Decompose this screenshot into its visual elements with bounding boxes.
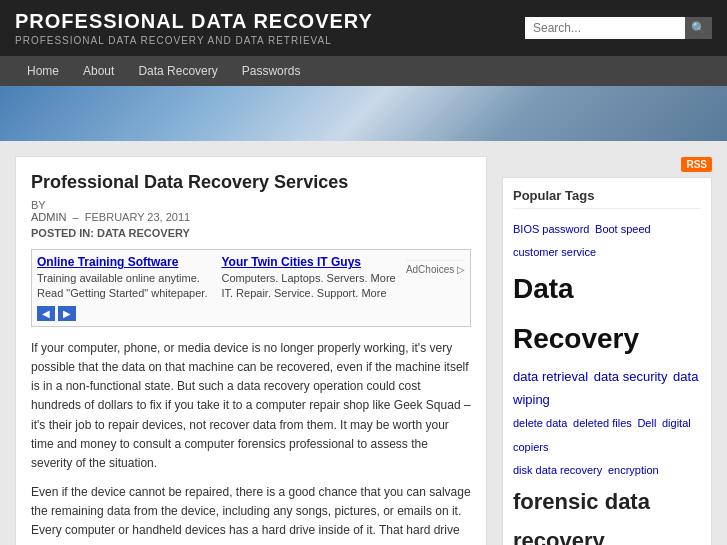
post-para-1: If your computer, phone, or media device… [31, 339, 471, 473]
tag-data-recovery[interactable]: Data Recovery [513, 273, 639, 354]
tag-dell[interactable]: Dell [637, 417, 656, 429]
tags-cloud: BIOS password Boot speed customer servic… [513, 217, 701, 545]
ad-col-2: Your Twin Cities IT Guys Computers. Lapt… [221, 255, 395, 321]
popular-tags-title: Popular Tags [513, 188, 701, 209]
post-category: POSTED IN: DATA RECOVERY [31, 227, 471, 239]
banner-image [0, 86, 727, 141]
site-title: PROFESSIONAL DATA RECOVERY [15, 10, 373, 33]
tag-customer-service[interactable]: customer service [513, 246, 596, 258]
tag-boot-speed[interactable]: Boot speed [595, 223, 651, 235]
ad-next-button[interactable]: ▶ [58, 306, 76, 321]
tag-data-retrieval[interactable]: data retrieval [513, 369, 588, 384]
post-meta: BY ADMIN – FEBRUARY 23, 2011 [31, 199, 471, 223]
nav-about[interactable]: About [71, 56, 126, 86]
post-title: Professional Data Recovery Services [31, 172, 471, 193]
tag-delete-data[interactable]: delete data [513, 417, 567, 429]
rss-icon[interactable]: RSS [681, 157, 712, 172]
nav-bar: Home About Data Recovery Passwords [0, 56, 727, 86]
ad-2-text: Computers. Laptops. Servers. More IT. Re… [221, 271, 395, 302]
by-label: BY [31, 199, 46, 211]
ad-block: Online Training Software Training availa… [31, 249, 471, 327]
rss-area: RSS [502, 156, 712, 172]
tag-encryption[interactable]: encryption [608, 464, 659, 476]
site-title-block: PROFESSIONAL DATA RECOVERY PROFESSIONAL … [15, 10, 373, 46]
post-date: FEBRUARY 23, 2011 [85, 211, 190, 223]
search-button[interactable]: 🔍 [685, 17, 712, 39]
ad-col-1: Online Training Software Training availa… [37, 255, 211, 321]
post-author[interactable]: ADMIN [31, 211, 66, 223]
tag-data-security[interactable]: data security [594, 369, 668, 384]
post-body: If your computer, phone, or media device… [31, 339, 471, 545]
ad-1-title[interactable]: Online Training Software [37, 255, 178, 269]
site-tagline: PROFESSIONAL DATA RECOVERY AND DATA RETR… [15, 35, 373, 46]
ad-prev-button[interactable]: ◀ [37, 306, 55, 321]
sidebar: RSS Popular Tags BIOS password Boot spee… [502, 156, 712, 545]
tag-disk-data-recovery[interactable]: disk data recovery [513, 464, 602, 476]
nav-passwords[interactable]: Passwords [230, 56, 313, 86]
ad-nav: ◀ ▶ [37, 306, 211, 321]
posted-in-label: POSTED IN: DATA RECOVERY [31, 227, 190, 239]
popular-tags-section: Popular Tags BIOS password Boot speed cu… [502, 177, 712, 545]
tag-forensic-data-recovery[interactable]: forensic data recovery [513, 489, 650, 545]
post-para-2: Even if the device cannot be repaired, t… [31, 483, 471, 545]
site-header: PROFESSIONAL DATA RECOVERY PROFESSIONAL … [0, 0, 727, 56]
search-input[interactable] [525, 17, 685, 39]
tag-deleted-files[interactable]: deleted files [573, 417, 632, 429]
ad-1-text: Training available online anytime. Read … [37, 271, 211, 302]
main-content: Professional Data Recovery Services BY A… [15, 156, 487, 545]
nav-home[interactable]: Home [15, 56, 71, 86]
search-form: 🔍 [525, 17, 712, 39]
ad-2-title[interactable]: Your Twin Cities IT Guys [221, 255, 361, 269]
ad-footer: AdChoices ▷ [406, 260, 465, 321]
content-wrap: Professional Data Recovery Services BY A… [0, 141, 727, 545]
tag-bios-password[interactable]: BIOS password [513, 223, 589, 235]
nav-data-recovery[interactable]: Data Recovery [126, 56, 229, 86]
